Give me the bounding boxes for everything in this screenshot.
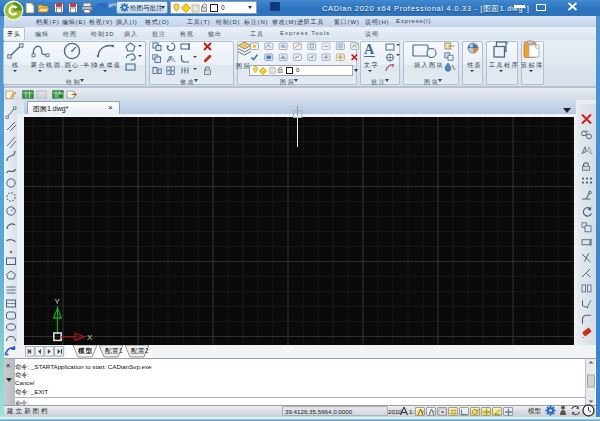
svg-text:Y: Y: [55, 297, 61, 306]
svg-text:X: X: [87, 333, 93, 342]
